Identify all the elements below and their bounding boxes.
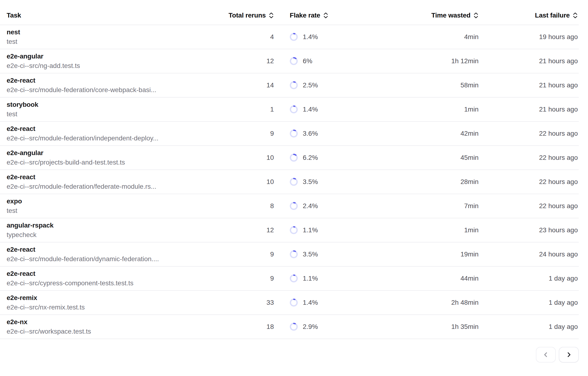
table-row[interactable]: e2e-remix e2e-ci--src/nx-remix.test.ts 3…: [0, 291, 579, 315]
last-failure-value: 21 hours ago: [539, 106, 578, 113]
total-reruns-value: 12: [267, 226, 274, 234]
total-reruns-cell: 9: [236, 130, 274, 137]
last-failure-value: 22 hours ago: [539, 202, 578, 209]
task-detail: e2e-ci--src/ng-add.test.ts: [7, 61, 227, 71]
flake-rate-cell: 3.5%: [274, 250, 381, 258]
flake-rate-donut-icon: [290, 105, 298, 114]
total-reruns-cell: 4: [236, 33, 274, 41]
task-name: e2e-react: [7, 172, 236, 182]
last-failure-cell: 24 hours ago: [479, 251, 579, 258]
task-detail: e2e-ci--src/projects-build-and-test.test…: [7, 158, 227, 167]
time-wasted-cell: 1min: [381, 106, 479, 113]
last-failure-value: 21 hours ago: [539, 82, 578, 89]
time-wasted-cell: 4min: [381, 33, 479, 41]
time-wasted-cell: 2h 48min: [381, 299, 479, 306]
task-name: nest: [7, 27, 236, 37]
total-reruns-value: 14: [267, 82, 274, 89]
time-wasted-value: 58min: [460, 82, 479, 89]
column-header-label: Task: [7, 12, 21, 19]
task-detail: e2e-ci--src/module-federation/core-webpa…: [7, 85, 227, 95]
table-row[interactable]: angular-rspack typecheck 12 1.1% 1min 23…: [0, 218, 579, 242]
total-reruns-cell: 18: [236, 323, 274, 331]
last-failure-value: 1 day ago: [549, 299, 578, 306]
flake-rate-cell: 2.4%: [274, 202, 381, 210]
task-detail: e2e-ci--src/workspace.test.ts: [7, 327, 227, 336]
flake-rate-value: 2.4%: [303, 202, 318, 210]
table-row[interactable]: expo test 8 2.4% 7min 22 hours ago: [0, 194, 579, 218]
table-row[interactable]: e2e-react e2e-ci--src/cypress-component-…: [0, 267, 579, 291]
column-header-label: Last failure: [535, 12, 570, 19]
column-header-last_failure[interactable]: Last failure: [479, 12, 579, 19]
time-wasted-value: 1h 35min: [451, 323, 479, 330]
previous-page-button[interactable]: [536, 347, 556, 363]
task-name: e2e-react: [7, 124, 236, 134]
table-row[interactable]: storybook test 1 1.4% 1min 21 hours ago: [0, 98, 579, 122]
last-failure-value: 22 hours ago: [539, 178, 578, 185]
total-reruns-cell: 12: [236, 226, 274, 234]
time-wasted-cell: 58min: [381, 82, 479, 89]
sort-chevrons-icon: [269, 12, 274, 19]
last-failure-value: 19 hours ago: [539, 33, 578, 41]
column-header-flake_rate[interactable]: Flake rate: [274, 12, 381, 19]
table-row[interactable]: e2e-react e2e-ci--src/module-federation/…: [0, 170, 579, 194]
total-reruns-cell: 10: [236, 154, 274, 161]
flake-rate-cell: 2.5%: [274, 81, 381, 89]
flake-rate-cell: 3.5%: [274, 178, 381, 186]
flaky-tasks-table: Task Total reruns Flake rate Time wasted…: [0, 0, 579, 339]
last-failure-value: 21 hours ago: [539, 57, 578, 65]
task-name: e2e-react: [7, 245, 236, 254]
task-detail: e2e-ci--src/module-federation/dynamic-fe…: [7, 254, 227, 264]
table-row[interactable]: e2e-angular e2e-ci--src/projects-build-a…: [0, 146, 579, 170]
flake-rate-cell: 1.4%: [274, 105, 381, 114]
table-body: nest test 4 1.4% 4min 19 hours ago e2e-a…: [0, 25, 579, 339]
column-header-time_wasted[interactable]: Time wasted: [381, 12, 479, 19]
column-header-task: Task: [7, 12, 236, 19]
pagination: [0, 347, 579, 363]
last-failure-value: 22 hours ago: [539, 130, 578, 137]
next-page-button[interactable]: [559, 347, 579, 363]
flake-rate-value: 1.1%: [303, 275, 318, 282]
table-row[interactable]: e2e-react e2e-ci--src/module-federation/…: [0, 122, 579, 146]
chevron-right-icon: [565, 351, 572, 358]
flake-rate-donut-icon: [290, 33, 298, 41]
flake-rate-value: 3.5%: [303, 178, 318, 186]
column-header-total_reruns[interactable]: Total reruns: [236, 12, 274, 19]
time-wasted-value: 4min: [464, 33, 479, 41]
last-failure-value: 23 hours ago: [539, 226, 578, 234]
last-failure-value: 22 hours ago: [539, 154, 578, 161]
task-detail: e2e-ci--src/nx-remix.test.ts: [7, 303, 227, 312]
table-row[interactable]: e2e-nx e2e-ci--src/workspace.test.ts 18 …: [0, 315, 579, 339]
flake-rate-cell: 6.2%: [274, 154, 381, 162]
time-wasted-value: 44min: [460, 275, 479, 282]
flake-rate-donut-icon: [290, 129, 298, 137]
table-row[interactable]: e2e-angular e2e-ci--src/ng-add.test.ts 1…: [0, 49, 579, 73]
flake-rate-value: 1.4%: [303, 33, 318, 41]
task-name: e2e-react: [7, 269, 236, 278]
last-failure-cell: 21 hours ago: [479, 82, 579, 89]
flake-rate-donut-icon: [290, 323, 298, 331]
total-reruns-value: 10: [267, 178, 274, 185]
flake-rate-cell: 2.9%: [274, 323, 381, 331]
last-failure-cell: 21 hours ago: [479, 106, 579, 113]
time-wasted-cell: 45min: [381, 154, 479, 161]
chevron-left-icon: [542, 351, 549, 358]
table-row[interactable]: e2e-react e2e-ci--src/module-federation/…: [0, 242, 579, 267]
table-row[interactable]: e2e-react e2e-ci--src/module-federation/…: [0, 73, 579, 98]
task-detail: test: [7, 206, 227, 215]
flake-rate-donut-icon: [290, 299, 298, 307]
last-failure-cell: 23 hours ago: [479, 226, 579, 234]
flake-rate-value: 1.4%: [303, 299, 318, 306]
total-reruns-value: 9: [270, 251, 274, 258]
flake-rate-donut-icon: [290, 274, 298, 282]
total-reruns-cell: 12: [236, 57, 274, 65]
table-row[interactable]: nest test 4 1.4% 4min 19 hours ago: [0, 25, 579, 49]
task-detail: e2e-ci--src/module-federation/independen…: [7, 134, 227, 143]
total-reruns-value: 1: [270, 106, 274, 113]
flake-rate-cell: 1.4%: [274, 299, 381, 307]
flake-rate-cell: 1.1%: [274, 274, 381, 282]
flake-rate-cell: 1.4%: [274, 33, 381, 41]
total-reruns-value: 12: [267, 57, 274, 65]
task-detail: e2e-ci--src/module-federation/federate-m…: [7, 182, 227, 191]
flake-rate-value: 6%: [303, 57, 312, 65]
last-failure-cell: 1 day ago: [479, 299, 579, 306]
